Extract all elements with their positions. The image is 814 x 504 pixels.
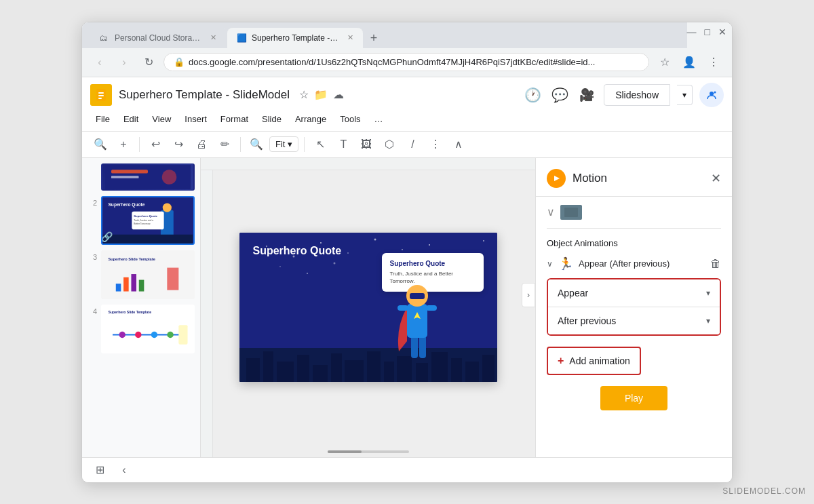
svg-rect-62 xyxy=(331,353,342,382)
motion-icon xyxy=(547,169,566,188)
paint-format-btn[interactable]: ✏ xyxy=(214,134,235,155)
play-button[interactable]: Play xyxy=(600,386,667,410)
panel-collapse-arrow[interactable]: › xyxy=(522,283,535,307)
menu-arrange[interactable]: Arrange xyxy=(290,111,332,127)
back-button[interactable]: ‹ xyxy=(90,53,109,72)
list-item[interactable] xyxy=(88,163,195,191)
slideshow-dropdown-button[interactable]: ▾ xyxy=(677,85,693,105)
svg-text:Superhero Quote: Superhero Quote xyxy=(108,202,144,208)
after-previous-dropdown[interactable]: After previous ▾ xyxy=(548,307,720,334)
slide-thumb-4[interactable]: Superhero Slide Template xyxy=(101,305,195,353)
slideshow-button[interactable]: Slideshow xyxy=(604,84,670,106)
slide-number-2: 2 xyxy=(88,199,97,207)
undo-btn[interactable]: ↩ xyxy=(145,134,166,155)
grid-view-button[interactable]: ⊞ xyxy=(90,461,109,480)
slide-canvas[interactable]: Superhero Quote Superhero Quote Truth, J… xyxy=(239,233,497,382)
url-text: docs.google.com/presentation/d/1Us6z2hQT… xyxy=(189,57,595,67)
canvas-scrollbar[interactable] xyxy=(328,450,409,453)
profile-button[interactable]: 👤 xyxy=(679,52,699,73)
svg-rect-63 xyxy=(345,360,364,382)
add-animation-button[interactable]: + Add animation xyxy=(547,347,641,375)
tab-close-cloud[interactable]: ✕ xyxy=(210,33,216,42)
share-button[interactable] xyxy=(699,83,724,107)
object-animations-label: Object Animations xyxy=(547,238,721,248)
svg-point-10 xyxy=(162,170,177,185)
slide-preview-2: Superhero Quote Superhero Quote Truth, J… xyxy=(102,197,193,244)
animation-item[interactable]: ∨ 🏃 Appear (After previous) 🗑 xyxy=(547,256,721,271)
anim-delete-button[interactable]: 🗑 xyxy=(710,258,721,270)
motion-close-button[interactable]: ✕ xyxy=(711,171,721,186)
print-btn[interactable]: 🖨 xyxy=(191,134,212,155)
back-panel-button[interactable]: ‹ xyxy=(115,461,134,480)
zoom-in-btn[interactable]: + xyxy=(113,134,134,155)
star-button[interactable]: ☆ xyxy=(299,88,309,101)
slide-thumb-3[interactable]: Superhero Slide Template xyxy=(101,250,195,299)
animation-controls-box: Appear ▾ After previous ▾ xyxy=(547,278,721,336)
svg-point-45 xyxy=(279,266,281,267)
city-silhouette xyxy=(239,348,497,382)
svg-rect-2 xyxy=(98,95,104,96)
shape-tool[interactable]: ⬡ xyxy=(379,134,400,155)
menu-slide[interactable]: Slide xyxy=(256,111,287,127)
image-tool[interactable]: 🖼 xyxy=(356,134,376,155)
zoom-search-btn[interactable]: 🔍 xyxy=(246,134,267,155)
zoom-out-btn[interactable]: 🔍 xyxy=(90,134,111,155)
hero-figure xyxy=(392,263,443,362)
tab-cloud-storage[interactable]: 🗂 Personal Cloud Storage & File St… ✕ xyxy=(90,28,226,48)
minimize-button[interactable]: — xyxy=(687,26,697,37)
new-tab-button[interactable]: + xyxy=(364,29,383,48)
slide-panel: 2 Superhero Quote Superhero Quote Truth,… xyxy=(82,158,201,457)
text-tool[interactable]: T xyxy=(333,134,353,155)
svg-point-32 xyxy=(151,331,157,337)
cloud-button[interactable]: ☁ xyxy=(333,88,344,101)
anim-expand-icon[interactable]: ∨ xyxy=(547,259,553,269)
svg-rect-49 xyxy=(419,334,426,358)
menu-view[interactable]: View xyxy=(147,111,176,127)
menu-insert[interactable]: Insert xyxy=(179,111,212,127)
svg-rect-52 xyxy=(426,305,437,311)
collapse-toolbar[interactable]: ∧ xyxy=(448,134,469,155)
menu-file[interactable]: File xyxy=(90,111,115,127)
slide-thumb-2[interactable]: Superhero Quote Superhero Quote Truth, J… xyxy=(101,196,195,245)
zoom-selector[interactable]: Fit ▾ xyxy=(269,136,298,152)
list-item[interactable]: 3 Superhero Slide Template xyxy=(88,250,195,299)
address-bar[interactable]: 🔒 docs.google.com/presentation/d/1Us6z2h… xyxy=(163,53,649,71)
reload-button[interactable]: ↻ xyxy=(139,53,158,72)
slide-thumb-1[interactable] xyxy=(101,163,195,191)
menu-tools[interactable]: Tools xyxy=(334,111,366,127)
history-button[interactable]: 🕐 xyxy=(522,85,543,105)
more-tools[interactable]: ⋮ xyxy=(425,134,446,155)
bookmark-button[interactable]: ☆ xyxy=(655,52,675,73)
svg-rect-70 xyxy=(465,362,479,382)
svg-text:Superhero Quote: Superhero Quote xyxy=(134,214,157,218)
tab-close-slides[interactable]: ✕ xyxy=(347,33,353,42)
anim-figure-icon: 🏃 xyxy=(558,256,573,271)
restore-button[interactable]: □ xyxy=(705,26,710,37)
line-tool[interactable]: / xyxy=(402,134,423,155)
comments-button[interactable]: 💬 xyxy=(549,85,570,105)
select-tool[interactable]: ↖ xyxy=(310,134,330,155)
tab-label-slides: Superhero Template - SlideMode… xyxy=(252,33,339,43)
motion-panel-title: Motion xyxy=(573,172,704,185)
folder-button[interactable]: 📁 xyxy=(314,88,328,101)
transition-chevron[interactable]: ∨ xyxy=(547,206,555,218)
forward-button[interactable]: › xyxy=(115,53,134,72)
appear-dropdown[interactable]: Appear ▾ xyxy=(548,279,720,307)
svg-rect-24 xyxy=(131,274,136,292)
slide-title: Superhero Quote xyxy=(239,233,497,263)
close-button[interactable]: ✕ xyxy=(718,26,726,37)
tab-presentation[interactable]: 🟦 Superhero Template - SlideMode… ✕ xyxy=(227,28,363,48)
list-item[interactable]: 4 Superhero Slide Template xyxy=(88,305,195,353)
extensions-button[interactable]: ⋮ xyxy=(703,52,724,73)
redo-btn[interactable]: ↪ xyxy=(168,134,189,155)
svg-rect-19 xyxy=(103,234,193,243)
menu-more[interactable]: … xyxy=(369,111,389,127)
tab-label-cloud: Personal Cloud Storage & File St… xyxy=(115,33,202,43)
svg-text:Better Tomorrow.: Better Tomorrow. xyxy=(134,222,151,225)
list-item[interactable]: 2 Superhero Quote Superhero Quote Truth,… xyxy=(88,196,195,245)
menu-format[interactable]: Format xyxy=(215,111,254,127)
camera-button[interactable]: 🎥 xyxy=(577,85,597,105)
menu-edit[interactable]: Edit xyxy=(118,111,144,127)
svg-rect-64 xyxy=(367,351,381,382)
svg-rect-8 xyxy=(111,170,148,173)
